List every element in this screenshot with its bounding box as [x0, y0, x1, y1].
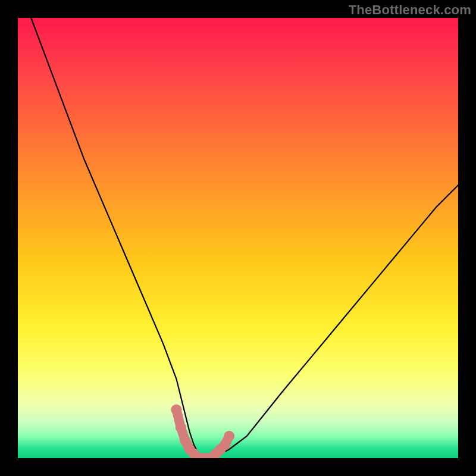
flat-region-dot: [176, 422, 186, 433]
watermark-text: TheBottleneck.com: [349, 2, 471, 18]
flat-region-dot: [224, 431, 234, 441]
plot-area: [18, 18, 458, 458]
flat-region-dots: [171, 405, 234, 458]
flat-region-dot: [171, 405, 181, 415]
curve-layer: [18, 18, 458, 458]
chart-frame: TheBottleneck.com: [0, 0, 476, 476]
bottleneck-curve: [31, 18, 458, 458]
